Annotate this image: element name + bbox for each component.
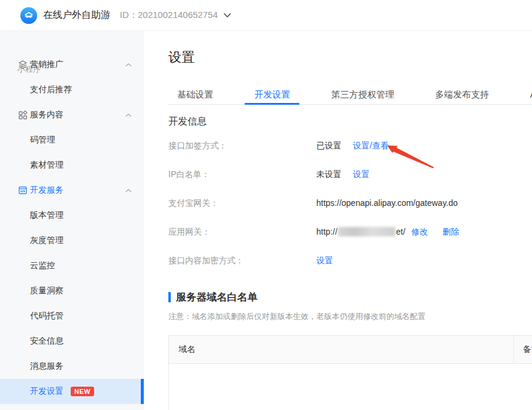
field-label-app-gateway: 应用网关： bbox=[168, 226, 210, 238]
field-value-app-gateway: http://et/ 修改 删除 bbox=[316, 226, 459, 238]
layers-icon bbox=[18, 60, 28, 69]
domain-whitelist-section-title: 服务器域名白名单 bbox=[176, 290, 258, 304]
sidebar-item-label: 版本管理 bbox=[30, 210, 64, 221]
domain-whitelist-note: 注意：域名添加或删除后仅对新版本生效，老版本仍使用修改前的域名配置 bbox=[168, 311, 425, 322]
sidebar-item-label: 云监控 bbox=[30, 260, 55, 271]
page-title: 设置 bbox=[168, 48, 195, 66]
column-header-remark: 备注 bbox=[523, 344, 532, 355]
sidebar-item-label: 灰度管理 bbox=[30, 235, 64, 246]
sidebar-item-service-content[interactable]: 服务内容 bbox=[0, 102, 144, 127]
link-delete-gateway[interactable]: 删除 bbox=[442, 227, 459, 236]
sidebar-item-dev-settings[interactable]: 开发设置 NEW bbox=[0, 379, 144, 404]
app-name: 在线户外自助游 bbox=[43, 9, 110, 22]
sidebar-item-cloud-monitor[interactable]: 云监控 bbox=[0, 253, 144, 278]
sidebar-item-label: 支付后推荐 bbox=[30, 84, 72, 95]
sidebar-item-label: 营销推广 bbox=[30, 59, 64, 70]
sidebar-item-label: 质量洞察 bbox=[30, 286, 64, 296]
field-value-alipay-gateway: https://openapi.alipay.com/gateway.do bbox=[316, 197, 458, 209]
column-divider bbox=[513, 336, 514, 363]
sidebar-item-label: 消息服务 bbox=[30, 361, 64, 372]
chevron-up-icon[interactable] bbox=[125, 63, 132, 67]
appstore-grid-icon bbox=[18, 110, 28, 120]
section-accent-bar bbox=[168, 292, 171, 302]
sidebar-item-material-manage[interactable]: 素材管理 bbox=[0, 153, 144, 178]
tab-basic-settings[interactable]: 基础设置 bbox=[168, 85, 223, 104]
link-set-ip-whitelist[interactable]: 设置 bbox=[353, 168, 370, 180]
sidebar-item-version-manage[interactable]: 版本管理 bbox=[0, 203, 144, 228]
sidebar-item-code-hosting[interactable]: 代码托管 bbox=[0, 303, 144, 329]
sidebar-item-label: 服务内容 bbox=[30, 110, 64, 120]
tab-dev-settings[interactable]: 开发设置 bbox=[244, 85, 300, 104]
column-header-domain: 域名 bbox=[169, 344, 195, 355]
new-badge: NEW bbox=[71, 387, 94, 396]
app-gateway-prefix: http:// bbox=[316, 227, 337, 236]
sidebar-item-gray-manage[interactable]: 灰度管理 bbox=[0, 228, 144, 253]
sidebar-item-label: 代码托管 bbox=[30, 311, 64, 321]
tab-third-party-auth[interactable]: 第三方授权管理 bbox=[322, 85, 404, 104]
field-label-content-encryption: 接口内容加密方式： bbox=[168, 254, 244, 266]
field-label-alipay-gateway: 支付宝网关： bbox=[168, 197, 219, 209]
table-header-row: 域名 备注 bbox=[169, 336, 532, 364]
field-value-ip-whitelist: 未设置 bbox=[316, 168, 341, 180]
chevron-up-icon[interactable] bbox=[125, 113, 132, 117]
tab-ampe[interactable]: AMPE支持 bbox=[521, 85, 532, 104]
sidebar-item-label: 开发设置 bbox=[30, 386, 64, 397]
chevron-down-icon[interactable] bbox=[223, 13, 231, 18]
sidebar-item-label: 素材管理 bbox=[30, 160, 64, 171]
sidebar-item-dev-service[interactable]: 开发服务 bbox=[0, 178, 144, 203]
sidebar-item-message-service[interactable]: 消息服务 bbox=[0, 354, 144, 379]
sidebar-item-label: 开发服务 bbox=[30, 185, 64, 196]
sidebar-item-security-info[interactable]: 安全信息 bbox=[0, 329, 144, 354]
sidebar-item-pay-recommend[interactable]: 支付后推荐 bbox=[0, 77, 144, 102]
domain-whitelist-table: 域名 备注 bbox=[168, 335, 532, 410]
developer-console-page: 在线户外自助游 ID：2021002140652754 小程序 营销推广 支付后… bbox=[0, 0, 532, 410]
redacted-blur-block bbox=[338, 227, 395, 236]
top-header: 在线户外自助游 ID：2021002140652754 bbox=[0, 0, 532, 31]
field-value-api-signing: 已设置 bbox=[316, 139, 341, 151]
app-id: ID：2021002140652754 bbox=[120, 10, 217, 21]
app-gateway-suffix: et/ bbox=[396, 227, 406, 236]
mini-program-logo-icon bbox=[20, 7, 37, 24]
link-set-view-signing[interactable]: 设置/查看 bbox=[353, 139, 389, 151]
dev-info-section-title: 开发信息 bbox=[168, 116, 207, 128]
table-body-empty bbox=[169, 364, 532, 410]
code-window-icon bbox=[18, 186, 28, 195]
field-label-ip-whitelist: IP白名单： bbox=[168, 168, 210, 180]
sidebar-item-quality-insight[interactable]: 质量洞察 bbox=[0, 278, 144, 303]
sidebar-item-code-manage[interactable]: 码管理 bbox=[0, 127, 144, 153]
chevron-up-icon[interactable] bbox=[125, 189, 132, 193]
sidebar-nav: 小程序 营销推广 支付后推荐 服务内容 码管理 素材管理 bbox=[0, 31, 144, 410]
link-modify-gateway[interactable]: 修改 bbox=[412, 227, 428, 236]
link-set-content-encryption[interactable]: 设置 bbox=[316, 254, 333, 266]
sidebar-item-label: 码管理 bbox=[30, 135, 55, 145]
settings-tabs: 基础设置 开发设置 第三方授权管理 多端发布支持 AMPE支持 bbox=[168, 85, 532, 105]
tab-multi-publish[interactable]: 多端发布支持 bbox=[425, 85, 498, 104]
sidebar-item-label: 安全信息 bbox=[30, 336, 64, 347]
field-label-api-signing: 接口加签方式： bbox=[168, 139, 227, 151]
red-annotation-arrow bbox=[381, 138, 447, 176]
sidebar-item-marketing[interactable]: 营销推广 bbox=[0, 52, 144, 77]
